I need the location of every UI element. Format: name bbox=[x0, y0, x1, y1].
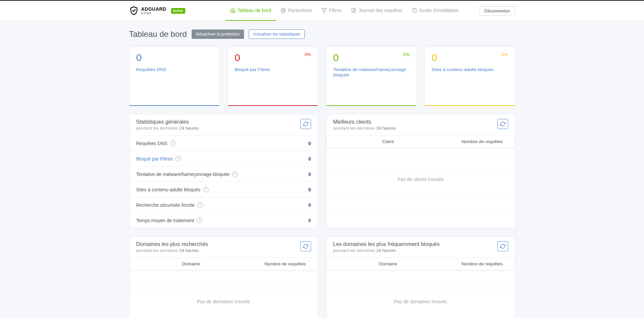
panel-subtitle: pendant les dernières 24 heures bbox=[136, 248, 208, 253]
table-header: Domaine Nombre de requêtes bbox=[327, 258, 515, 270]
stat-label-link[interactable]: Requêtes DNS bbox=[136, 67, 166, 72]
refresh-button[interactable] bbox=[300, 119, 311, 129]
stat-row-value: 0 bbox=[308, 202, 311, 208]
help-icon bbox=[412, 8, 417, 13]
panel-subtitle: pendant les dernières 24 heures bbox=[333, 248, 440, 253]
panel-top-blocked: Les domaines les plus fréquemment bloqué… bbox=[326, 236, 515, 318]
stat-label-link[interactable]: Sites à contenu adulte bloqués bbox=[432, 67, 494, 72]
panel-title: Les domaines les plus fréquemment bloqué… bbox=[333, 241, 440, 247]
panel-title: Meilleurs clients bbox=[333, 119, 396, 125]
stat-row-value: 0 bbox=[308, 156, 311, 162]
panel-top-queried: Domaines les plus recherchés pendant les… bbox=[129, 236, 318, 318]
brand-name: ADGUARD bbox=[141, 7, 166, 11]
help-icon[interactable]: ? bbox=[176, 156, 181, 162]
stat-pct: 0% bbox=[502, 52, 508, 57]
table-row bbox=[327, 148, 515, 160]
stat-row-value: 0 bbox=[308, 187, 311, 192]
col-header: Domaine bbox=[327, 258, 450, 270]
panel-subtitle: pendant les dernières 24 heures bbox=[136, 126, 199, 131]
stat-card-blocked: 0% 0 Bloqué par Filtres bbox=[228, 46, 318, 106]
home-icon bbox=[230, 8, 236, 13]
stat-row: Tentative de malware/hameçonnage bloquée… bbox=[130, 167, 318, 182]
panel-title: Statistiques générales bbox=[136, 119, 199, 125]
nav-label: Filtres bbox=[329, 8, 342, 13]
stat-label-link[interactable]: Tentative de malware/hameçonnage bloquée bbox=[333, 67, 406, 77]
table-row bbox=[327, 270, 515, 282]
disable-protection-button[interactable]: Désactiver la protection bbox=[192, 29, 244, 39]
shield-icon bbox=[129, 6, 139, 15]
table-row bbox=[327, 160, 515, 172]
stat-label-link[interactable]: Bloqué par Filtres bbox=[235, 67, 270, 72]
nav-querylog[interactable]: Journal des requêtes bbox=[346, 1, 407, 21]
help-icon[interactable]: ? bbox=[203, 187, 209, 192]
stat-value: 0 bbox=[136, 53, 213, 63]
refresh-icon bbox=[303, 121, 308, 127]
refresh-button[interactable] bbox=[497, 241, 508, 251]
panel-title: Domaines les plus recherchés bbox=[136, 241, 208, 247]
empty-message: Pas de domaines trouvés bbox=[327, 294, 515, 309]
refresh-icon bbox=[500, 244, 505, 249]
table-row bbox=[327, 199, 515, 211]
help-icon[interactable]: ? bbox=[232, 171, 238, 177]
help-icon[interactable]: ? bbox=[197, 202, 203, 208]
panel-subtitle: pendant les dernières 24 heures bbox=[333, 126, 396, 131]
header: ADGUARD HOME Activé Tableau de bord Para… bbox=[0, 1, 644, 21]
refresh-icon bbox=[303, 244, 308, 249]
brand-sub: HOME bbox=[141, 12, 166, 15]
stat-row: Temps moyen de traitement? 0 bbox=[130, 213, 318, 228]
empty-message: Pas de domaines trouvés bbox=[130, 294, 318, 309]
logo[interactable]: ADGUARD HOME Activé bbox=[129, 6, 185, 15]
logout-button[interactable]: Déconnexion bbox=[480, 6, 515, 16]
svg-point-0 bbox=[283, 10, 284, 11]
refresh-icon bbox=[500, 121, 505, 127]
col-header: Nombre de requêtes bbox=[450, 136, 515, 147]
page-header: Tableau de bord Désactiver la protection… bbox=[129, 29, 515, 39]
nav-settings[interactable]: Paramètres bbox=[276, 1, 317, 21]
stat-row-value: 0 bbox=[308, 172, 311, 177]
table-header: Domaine Nombre de requêtes bbox=[130, 258, 318, 270]
empty-message: Pas de clients trouvés bbox=[327, 172, 515, 187]
col-header: Client bbox=[327, 136, 450, 147]
nav-label: Journal des requêtes bbox=[358, 8, 402, 13]
nav-label: Tableau de bord bbox=[238, 8, 271, 13]
stat-row: Bloqué par Filtres? 0 bbox=[130, 151, 318, 167]
filter-icon bbox=[321, 8, 327, 13]
col-header: Nombre de requêtes bbox=[253, 258, 318, 270]
svg-marker-1 bbox=[322, 8, 327, 12]
col-header: Nombre de requêtes bbox=[450, 258, 515, 270]
stat-row: Requêtes DNS? 0 bbox=[130, 136, 318, 151]
stat-card-dns: 0 Requêtes DNS bbox=[129, 46, 220, 106]
nav-filters[interactable]: Filtres bbox=[317, 1, 346, 21]
table-row bbox=[130, 270, 318, 282]
nav-setup[interactable]: Guide d'installation bbox=[407, 1, 463, 21]
help-icon[interactable]: ? bbox=[170, 140, 176, 146]
refresh-button[interactable] bbox=[497, 119, 508, 129]
refresh-button[interactable] bbox=[300, 241, 311, 251]
stat-row: Recherche sécurisée forcée? 0 bbox=[130, 197, 318, 213]
stat-row-value: 0 bbox=[308, 218, 311, 223]
main-nav: Tableau de bord Paramètres Filtres Journ… bbox=[226, 1, 464, 21]
nav-dashboard[interactable]: Tableau de bord bbox=[226, 1, 276, 21]
stat-row-value: 0 bbox=[308, 141, 311, 146]
panel-general-stats: Statistiques générales pendant les derni… bbox=[129, 114, 318, 228]
nav-label: Paramètres bbox=[288, 8, 312, 13]
gear-icon bbox=[281, 8, 286, 13]
panel-top-clients: Meilleurs clients pendant les dernières … bbox=[326, 114, 515, 228]
stat-card-malware: 0% 0 Tentative de malware/hameçonnage bl… bbox=[326, 46, 417, 106]
help-icon[interactable]: ? bbox=[197, 217, 202, 223]
stat-row: Sites à contenu adulte bloqués? 0 bbox=[130, 182, 318, 197]
stat-pct: 0% bbox=[403, 52, 409, 57]
page-title: Tableau de bord bbox=[129, 29, 187, 39]
table-header: Client Nombre de requêtes bbox=[327, 136, 515, 148]
nav-label: Guide d'installation bbox=[419, 8, 459, 13]
table-row bbox=[327, 187, 515, 199]
stat-value: 0 bbox=[432, 53, 508, 63]
stat-pct: 0% bbox=[305, 52, 311, 57]
table-row bbox=[130, 282, 318, 294]
stat-value: 0 bbox=[235, 53, 311, 63]
stat-value: 0 bbox=[333, 53, 410, 63]
col-header: Domaine bbox=[130, 258, 253, 270]
table-row bbox=[327, 282, 515, 294]
stat-card-adult: 0% 0 Sites à contenu adulte bloqués bbox=[425, 46, 515, 106]
refresh-stats-button[interactable]: Actualiser les statistiques bbox=[249, 29, 304, 39]
